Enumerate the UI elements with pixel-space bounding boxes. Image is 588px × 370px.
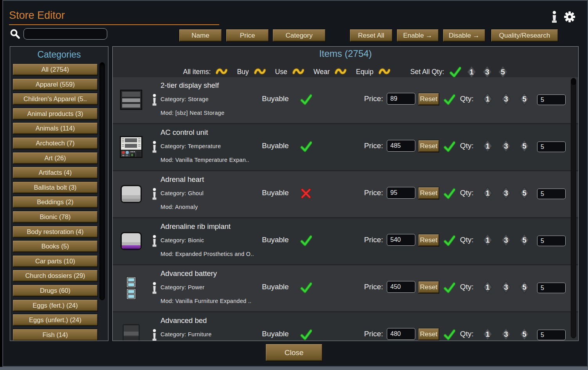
buyable-label: Buyable <box>262 141 289 150</box>
qty-input[interactable] <box>537 141 566 152</box>
category-button[interactable]: Archotech (7) <box>13 137 98 149</box>
equip-toggle-icon[interactable] <box>379 67 390 76</box>
sort-price-button[interactable]: Price <box>226 29 269 42</box>
buyable-check-icon[interactable] <box>300 94 312 107</box>
price-input[interactable] <box>387 281 415 293</box>
qty-preset-5-button[interactable]: 5 <box>519 92 530 105</box>
qty-preset-3-button[interactable]: 3 <box>501 328 511 341</box>
qty-preset-1-button[interactable]: 1 <box>482 92 493 105</box>
qty-input[interactable] <box>537 330 566 340</box>
sort-name-button[interactable]: Name <box>179 29 222 42</box>
category-button[interactable]: Bionic (78) <box>13 211 98 223</box>
category-button[interactable]: Books (5) <box>13 240 98 252</box>
close-button[interactable]: Close <box>265 344 323 361</box>
reset-price-button[interactable]: Reset <box>418 187 439 200</box>
qty-preset-1-button[interactable]: 1 <box>482 140 493 152</box>
buyable-check-icon[interactable] <box>300 141 312 154</box>
item-info-icon[interactable] <box>152 282 157 295</box>
qty-input[interactable] <box>537 94 566 105</box>
category-button[interactable]: Apparel (559) <box>13 78 98 91</box>
category-button[interactable]: Beddings (2) <box>13 196 98 208</box>
qty-preset-5-button[interactable]: 5 <box>519 328 530 341</box>
qty-preset-5-button[interactable]: 5 <box>519 187 530 200</box>
qty-check-icon[interactable] <box>444 141 455 154</box>
reset-price-button[interactable]: Reset <box>418 140 439 152</box>
sort-category-button[interactable]: Category <box>272 29 326 42</box>
buyable-label: Buyable <box>262 236 289 244</box>
qty-preset-5-button[interactable]: 5 <box>519 234 530 247</box>
category-button[interactable]: Artifacts (4) <box>13 167 98 179</box>
category-button[interactable]: Car parts (10) <box>13 255 98 267</box>
qty-preset-3-icon[interactable]: 3 <box>482 65 492 78</box>
qty-check-icon[interactable] <box>444 188 455 201</box>
qty-check-icon[interactable] <box>444 94 455 107</box>
item-info-icon[interactable] <box>152 94 157 107</box>
qty-check-icon[interactable] <box>444 329 455 341</box>
qty-preset-1-icon[interactable]: 1 <box>466 65 477 78</box>
reset-price-button[interactable]: Reset <box>418 281 439 294</box>
qty-preset-5-icon[interactable]: 5 <box>498 65 508 78</box>
category-button[interactable]: Art (26) <box>13 152 98 164</box>
category-button[interactable]: Children's Apparel (5.. <box>13 93 98 105</box>
category-button[interactable]: Fish (14) <box>13 329 98 341</box>
category-button[interactable]: Drugs (60) <box>13 285 98 297</box>
price-input[interactable] <box>387 140 415 152</box>
buy-toggle-icon[interactable] <box>254 67 266 76</box>
reset-price-button[interactable]: Reset <box>418 93 439 105</box>
qty-preset-3-button[interactable]: 3 <box>501 92 511 105</box>
item-name: Adrenaline rib implant <box>161 222 231 231</box>
gear-icon[interactable] <box>564 11 575 23</box>
info-icon[interactable] <box>550 11 558 24</box>
items-scrollbar[interactable] <box>571 78 576 338</box>
price-input[interactable] <box>387 187 415 199</box>
qty-input[interactable] <box>537 236 566 246</box>
enable-button[interactable]: Enable → <box>397 29 439 42</box>
category-button[interactable]: Animals (114) <box>13 122 98 134</box>
buyable-check-icon[interactable] <box>300 235 312 248</box>
item-info-icon[interactable] <box>152 188 157 201</box>
use-toggle-icon[interactable] <box>292 67 304 76</box>
qty-input[interactable] <box>537 283 566 293</box>
qty-preset-1-button[interactable]: 1 <box>482 187 493 200</box>
wear-toggle-icon[interactable] <box>335 67 346 76</box>
category-button[interactable]: Eggs (fert.) (24) <box>13 299 98 312</box>
qty-input[interactable] <box>537 189 566 199</box>
qty-preset-3-button[interactable]: 3 <box>501 140 511 152</box>
buyable-check-icon[interactable] <box>300 282 312 295</box>
category-button[interactable]: Animal products (3) <box>13 108 98 120</box>
qty-preset-1-button[interactable]: 1 <box>482 234 493 247</box>
item-info-icon[interactable] <box>152 329 157 341</box>
qty-preset-1-button[interactable]: 1 <box>482 281 493 294</box>
qty-preset-5-button[interactable]: 5 <box>519 281 530 294</box>
reset-price-button[interactable]: Reset <box>418 234 439 247</box>
item-mod: Mod: Vanilla Furniture Expanded .. <box>161 298 251 304</box>
search-input[interactable] <box>23 28 107 40</box>
price-label: Price: <box>364 94 383 103</box>
quality-research-button[interactable]: Quality/Research <box>491 29 558 42</box>
categories-scrollbar[interactable] <box>99 62 105 300</box>
price-input[interactable] <box>387 234 415 246</box>
qty-preset-5-button[interactable]: 5 <box>519 140 530 152</box>
qty-preset-3-button[interactable]: 3 <box>501 281 511 294</box>
buyable-cross-icon[interactable] <box>300 188 312 201</box>
category-button[interactable]: Body restoration (4) <box>13 226 98 238</box>
price-input[interactable] <box>387 93 415 105</box>
reset-all-button[interactable]: Reset All <box>350 29 393 42</box>
price-input[interactable] <box>387 328 415 340</box>
disable-button[interactable]: Disable → <box>443 29 485 42</box>
category-button[interactable]: All (2754) <box>13 63 98 76</box>
buyable-check-icon[interactable] <box>300 329 312 341</box>
item-info-icon[interactable] <box>152 141 157 154</box>
category-button[interactable]: Church dossiers (29) <box>13 270 98 282</box>
qty-preset-1-button[interactable]: 1 <box>482 328 493 341</box>
qty-preset-3-button[interactable]: 3 <box>501 187 511 200</box>
reset-price-button[interactable]: Reset <box>418 328 439 341</box>
qty-preset-3-button[interactable]: 3 <box>501 234 511 247</box>
all-items-toggle-icon[interactable] <box>216 67 227 76</box>
qty-check-icon[interactable] <box>444 235 455 248</box>
qty-check-icon[interactable] <box>444 282 455 295</box>
category-button[interactable]: Ballista bolt (3) <box>13 181 98 194</box>
set-all-check-icon[interactable] <box>449 66 461 78</box>
item-info-icon[interactable] <box>152 235 157 248</box>
category-button[interactable]: Eggs (unfert.) (24) <box>13 314 98 326</box>
